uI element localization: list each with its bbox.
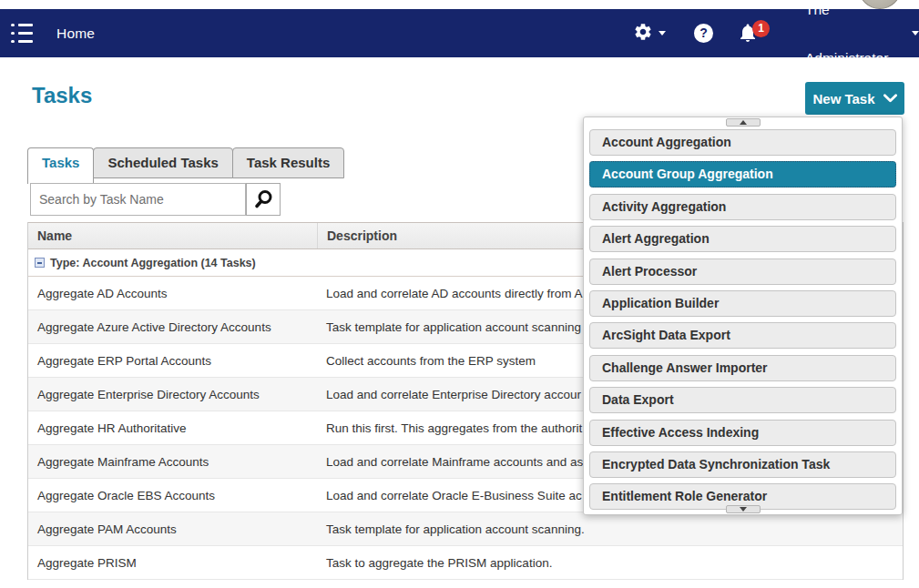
dropdown-item[interactable]: Alert Aggregation: [589, 226, 896, 252]
dropdown-item[interactable]: Alert Processor: [589, 259, 896, 285]
dropdown-item[interactable]: Account Aggregation: [589, 129, 896, 156]
search-icon: [252, 188, 274, 210]
task-description-cell: Task template for application account sc…: [317, 522, 903, 536]
new-task-label: New Task: [812, 91, 874, 106]
dropdown-item[interactable]: Effective Access Indexing: [589, 420, 896, 446]
dropdown-item[interactable]: Account Group Aggregation: [589, 161, 896, 188]
chevron-down-icon: [883, 94, 897, 103]
collapse-icon[interactable]: [35, 258, 45, 268]
top-strip: [0, 0, 919, 9]
user-label: The Administrator: [805, 9, 904, 57]
triangle-down-icon: [740, 507, 747, 512]
dropdown-item[interactable]: Application Builder: [589, 290, 896, 317]
task-name-cell: Aggregate ERP Portal Accounts: [28, 354, 317, 368]
tab-bar: TasksScheduled TasksTask Results: [27, 147, 343, 184]
tab[interactable]: Scheduled Tasks: [93, 147, 232, 178]
tab[interactable]: Tasks: [27, 147, 94, 184]
notification-badge: 1: [752, 20, 770, 37]
task-name-cell: Aggregate HR Authoritative: [28, 421, 317, 435]
gear-icon: [633, 22, 653, 46]
search-button[interactable]: [246, 183, 281, 216]
task-name-cell: Aggregate Azure Active Directory Account…: [28, 320, 317, 334]
task-name-cell: Aggregate Enterprise Directory Accounts: [28, 388, 317, 401]
triangle-up-icon: [740, 120, 747, 125]
table-row[interactable]: Aggregate PRISM Task to aggregate the PR…: [28, 546, 903, 580]
dropdown-item[interactable]: Encrypted Data Synchronization Task: [589, 451, 896, 478]
search-input[interactable]: [30, 183, 246, 216]
dropdown-item[interactable]: ArcSight Data Export: [589, 322, 896, 349]
column-header-name[interactable]: Name: [28, 223, 317, 248]
dropdown-item[interactable]: Data Export: [589, 387, 896, 413]
page-title: Tasks: [32, 83, 92, 108]
table-row[interactable]: Aggregate PAM Accounts Task template for…: [28, 512, 903, 546]
new-task-button[interactable]: New Task: [805, 82, 904, 115]
scroll-up-button[interactable]: [726, 118, 761, 127]
scroll-down-button[interactable]: [726, 505, 761, 513]
menu-list-icon[interactable]: [11, 24, 33, 43]
group-label: Type: Account Aggregation (14 Tasks): [50, 257, 256, 269]
notifications-button[interactable]: 1: [737, 22, 759, 47]
dropdown-item-list: Account AggregationAccount Group Aggrega…: [584, 129, 902, 510]
dropdown-item[interactable]: Activity Aggregation: [589, 194, 896, 220]
task-name-cell: Aggregate Mainframe Accounts: [28, 455, 317, 469]
tab[interactable]: Task Results: [232, 147, 344, 178]
caret-down-icon: [659, 31, 666, 35]
task-name-cell: Aggregate Oracle EBS Accounts: [28, 489, 317, 502]
dropdown-item[interactable]: Challenge Answer Importer: [589, 355, 896, 381]
settings-menu[interactable]: [633, 9, 666, 57]
task-name-cell: Aggregate PAM Accounts: [28, 522, 317, 536]
task-description-cell: Task to aggregate the PRISM application.: [317, 556, 903, 570]
nav-home-link[interactable]: Home: [56, 9, 95, 57]
avatar: [859, 0, 901, 9]
task-name-cell: Aggregate PRISM: [28, 556, 317, 570]
top-navbar: Home ? 1 The Administrator: [0, 9, 919, 57]
help-icon[interactable]: ?: [694, 24, 713, 43]
task-name-cell: Aggregate AD Accounts: [28, 287, 317, 300]
user-menu[interactable]: The Administrator: [805, 9, 919, 57]
new-task-dropdown: Account AggregationAccount Group Aggrega…: [583, 117, 903, 515]
caret-down-icon: [912, 31, 919, 35]
